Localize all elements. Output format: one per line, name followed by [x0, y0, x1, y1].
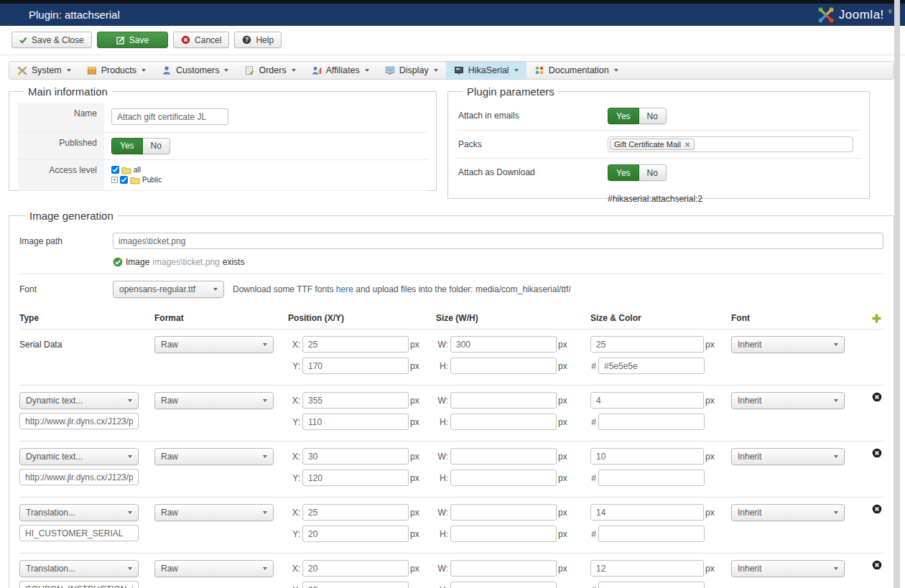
- size-w-input[interactable]: [450, 392, 557, 409]
- access-level-tree: all + Public: [111, 165, 420, 185]
- color-input[interactable]: [598, 470, 705, 486]
- row-font-select[interactable]: Inherit: [731, 560, 845, 577]
- font-select[interactable]: opensans-regular.ttf: [113, 281, 224, 298]
- help-button[interactable]: ? Help: [234, 32, 282, 48]
- menu-item-affiliates[interactable]: Affiliates: [304, 62, 377, 79]
- attach-download-toggle: Yes No: [608, 164, 667, 181]
- menu-item-system[interactable]: System: [9, 62, 79, 79]
- attach-download-no-button[interactable]: No: [639, 164, 667, 181]
- pos-y-input[interactable]: [302, 358, 409, 374]
- published-no-button[interactable]: No: [143, 138, 170, 154]
- size-h-input[interactable]: [450, 526, 557, 542]
- delete-row-button[interactable]: [872, 392, 882, 435]
- type-select[interactable]: Translation...: [19, 504, 139, 521]
- menu-item-documentation[interactable]: Documentation: [526, 62, 626, 79]
- main-information-legend: Main information: [24, 85, 112, 98]
- col-size-color: Size & Color: [590, 313, 731, 324]
- format-select[interactable]: Raw: [154, 336, 274, 353]
- plugin-id-text: #hikaserial:attachserial:2: [606, 194, 860, 204]
- size-w-input[interactable]: [450, 560, 557, 577]
- access-public-checkbox[interactable]: [120, 176, 128, 184]
- pos-x-input[interactable]: [302, 392, 409, 409]
- delete-row-button[interactable]: [872, 560, 882, 588]
- menu-item-products[interactable]: Products: [79, 62, 154, 79]
- image-generation-legend: Image generation: [25, 210, 118, 222]
- pos-y-input[interactable]: [302, 470, 409, 486]
- save-close-button[interactable]: Save & Close: [11, 32, 92, 48]
- type-value-input[interactable]: [19, 581, 139, 588]
- type-select[interactable]: Dynamic text...: [19, 448, 139, 465]
- remove-tag-icon[interactable]: ✕: [684, 141, 690, 149]
- plugin-parameters-fieldset: Plugin parameters Attach in emails Yes N…: [447, 85, 870, 199]
- save-button[interactable]: Save: [97, 32, 168, 48]
- cancel-button[interactable]: Cancel: [173, 32, 229, 48]
- menu-item-customers[interactable]: Customers: [154, 62, 236, 79]
- attach-emails-no-button[interactable]: No: [639, 108, 667, 124]
- pos-y-input[interactable]: [302, 414, 409, 430]
- size-w-input[interactable]: [450, 448, 557, 465]
- menu-item-orders[interactable]: Orders: [236, 62, 303, 79]
- type-value-input[interactable]: [19, 525, 139, 541]
- chevron-down-icon: [263, 455, 267, 458]
- help-icon: ?: [242, 35, 251, 45]
- delete-icon: [872, 504, 882, 514]
- size-w-input[interactable]: [450, 504, 557, 521]
- folder-icon: [121, 166, 131, 174]
- page-title: Plugin: attachserial: [29, 9, 120, 21]
- pos-x-input[interactable]: [302, 504, 409, 521]
- font-size-input[interactable]: [590, 504, 704, 521]
- format-select[interactable]: Raw: [154, 448, 274, 465]
- menu-item-hikaserial[interactable]: HikaSerial: [446, 62, 526, 79]
- vertical-scrollbar[interactable]: [894, 0, 900, 588]
- type-value-input[interactable]: [19, 469, 139, 485]
- pos-x-input[interactable]: [302, 448, 409, 465]
- row-font-select[interactable]: Inherit: [731, 392, 845, 409]
- pos-y-input[interactable]: [302, 582, 409, 588]
- row-font-select[interactable]: Inherit: [731, 336, 845, 353]
- font-size-input[interactable]: [590, 336, 704, 353]
- font-help-text: Download some TTF fonts here and upload …: [233, 281, 571, 294]
- attach-emails-yes-button[interactable]: Yes: [608, 108, 639, 124]
- size-h-input[interactable]: [450, 358, 557, 374]
- packs-label: Packs: [458, 136, 608, 149]
- type-value-input[interactable]: [19, 413, 139, 429]
- format-select[interactable]: Raw: [154, 392, 274, 409]
- delete-row-button[interactable]: [872, 504, 882, 547]
- menu-item-display[interactable]: Display: [377, 62, 446, 79]
- size-w-input[interactable]: [450, 336, 557, 353]
- color-input[interactable]: [598, 414, 705, 430]
- row-font-select[interactable]: Inherit: [731, 448, 845, 465]
- access-all-checkbox[interactable]: [111, 166, 119, 174]
- published-yes-button[interactable]: Yes: [111, 138, 143, 154]
- font-size-input[interactable]: [590, 560, 704, 577]
- name-input[interactable]: [111, 108, 228, 125]
- color-input[interactable]: [598, 582, 705, 588]
- size-h-input[interactable]: [450, 470, 557, 486]
- image-generation-fieldset: Image generation Image path Image images…: [9, 210, 894, 588]
- format-select[interactable]: Raw: [154, 504, 274, 521]
- ttf-fonts-link[interactable]: here: [336, 284, 353, 294]
- component-menubar: System Products Customers Orders Affilia…: [9, 61, 894, 80]
- format-select[interactable]: Raw: [154, 560, 274, 577]
- tree-expander-icon[interactable]: +: [111, 177, 118, 183]
- delete-row-button[interactable]: [872, 448, 882, 491]
- packs-tag-input[interactable]: Gift Certificate Mail ✕: [608, 136, 853, 152]
- image-path-input[interactable]: [113, 233, 883, 249]
- image-path-label: Image path: [19, 233, 113, 246]
- size-h-input[interactable]: [450, 582, 557, 588]
- attach-download-yes-button[interactable]: Yes: [608, 164, 639, 181]
- add-row-button[interactable]: [871, 313, 882, 324]
- svg-text:?: ?: [245, 36, 249, 43]
- color-input[interactable]: [598, 526, 705, 542]
- type-select[interactable]: Translation...: [19, 560, 139, 577]
- pos-x-input[interactable]: [302, 336, 409, 353]
- type-select[interactable]: Dynamic text...: [19, 392, 139, 409]
- size-h-input[interactable]: [450, 414, 557, 430]
- col-position: Position (X/Y): [288, 313, 436, 324]
- pos-y-input[interactable]: [302, 526, 409, 542]
- font-size-input[interactable]: [590, 448, 704, 465]
- font-size-input[interactable]: [590, 392, 704, 409]
- row-font-select[interactable]: Inherit: [731, 504, 845, 521]
- pos-x-input[interactable]: [302, 560, 409, 577]
- color-input[interactable]: [598, 358, 705, 374]
